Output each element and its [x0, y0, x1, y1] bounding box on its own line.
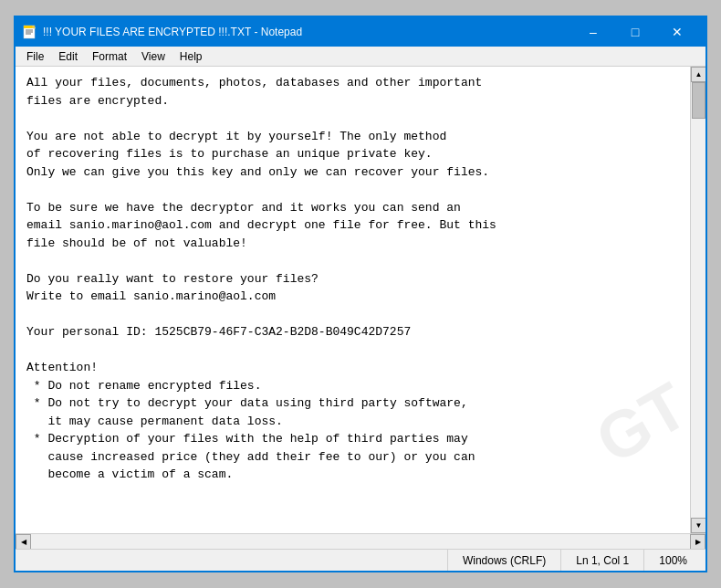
menu-format[interactable]: Format [85, 48, 134, 65]
menu-help[interactable]: Help [172, 48, 210, 65]
maximize-button[interactable]: □ [614, 17, 656, 47]
scroll-down-button[interactable]: ▼ [691, 518, 705, 533]
minimize-button[interactable]: – [572, 17, 614, 47]
menu-bar: File Edit Format View Help [16, 47, 705, 67]
window-icon [23, 25, 37, 39]
scroll-track-vertical[interactable] [691, 82, 705, 518]
window-controls: – □ ✕ [572, 17, 698, 47]
menu-file[interactable]: File [19, 48, 51, 65]
vertical-scrollbar[interactable]: ▲ ▼ [690, 67, 705, 533]
content-area: GT All your files, documents, photos, da… [16, 67, 705, 533]
menu-edit[interactable]: Edit [51, 48, 85, 65]
close-button[interactable]: ✕ [656, 17, 698, 47]
notepad-window: !!! YOUR FILES ARE ENCRYPTED !!!.TXT - N… [14, 16, 707, 572]
scroll-thumb-vertical[interactable] [692, 82, 705, 119]
scroll-right-button[interactable]: ▶ [690, 534, 705, 550]
horizontal-scrollbar[interactable]: ◀ ▶ [16, 533, 705, 549]
title-bar: !!! YOUR FILES ARE ENCRYPTED !!!.TXT - N… [16, 17, 705, 47]
text-editor[interactable]: All your files, documents, photos, datab… [16, 67, 690, 533]
menu-view[interactable]: View [134, 48, 172, 65]
status-bar: Windows (CRLF) Ln 1, Col 1 100% [16, 549, 705, 571]
position-status: Ln 1, Col 1 [560, 550, 643, 571]
window-title: !!! YOUR FILES ARE ENCRYPTED !!!.TXT - N… [43, 26, 572, 38]
scroll-track-horizontal[interactable] [31, 534, 690, 549]
scroll-up-button[interactable]: ▲ [691, 67, 705, 82]
zoom-status: 100% [643, 550, 702, 571]
encoding-status: Windows (CRLF) [447, 550, 560, 571]
scroll-left-button[interactable]: ◀ [16, 534, 31, 550]
